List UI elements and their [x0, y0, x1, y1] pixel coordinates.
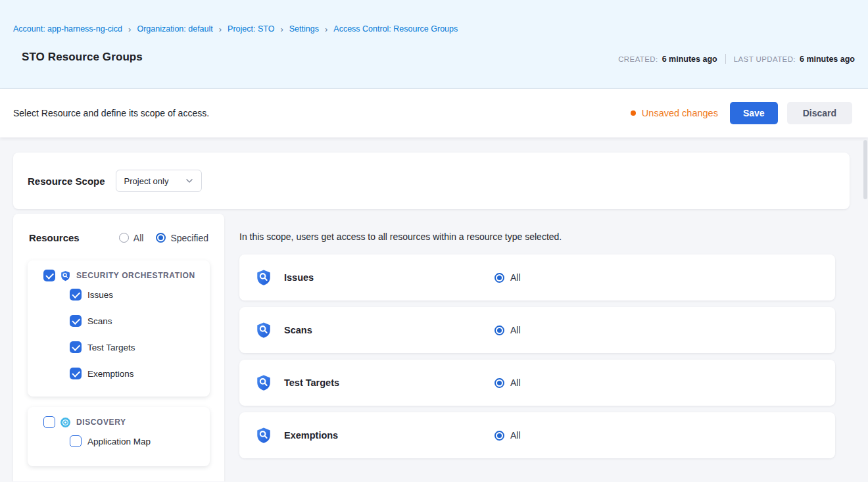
- scope-main-area: In this scope, users get access to all r…: [231, 214, 854, 481]
- application-map-checkbox[interactable]: [70, 435, 82, 447]
- toolbar-description: Select Resource and define its scope of …: [13, 108, 209, 118]
- action-toolbar: Select Resource and define its scope of …: [0, 89, 868, 137]
- resource-card-exemptions: Exemptions All: [239, 412, 835, 458]
- tree-item-label[interactable]: Issues: [87, 290, 113, 300]
- breadcrumb-access-control[interactable]: Access Control: Resource Groups: [333, 24, 458, 34]
- breadcrumb-separator-icon: ›: [128, 24, 131, 34]
- radio-unchecked-icon: [119, 233, 129, 243]
- discovery-checkbox[interactable]: [43, 416, 55, 428]
- breadcrumb-separator-icon: ›: [325, 24, 327, 34]
- resources-radio-specified[interactable]: Specified: [156, 233, 208, 243]
- meta-divider: [725, 54, 726, 64]
- group-label: SECURITY ORCHESTRATION: [76, 271, 195, 280]
- last-updated-label: LAST UPDATED:: [734, 55, 796, 63]
- resource-group-security-orchestration: SECURITY ORCHESTRATION Issues Scans Test…: [28, 260, 210, 397]
- security-orchestration-checkbox[interactable]: [43, 270, 55, 281]
- created-value: 6 minutes ago: [662, 55, 717, 64]
- radio-checked-icon: [494, 431, 504, 441]
- scans-checkbox[interactable]: [70, 315, 82, 327]
- breadcrumb-settings[interactable]: Settings: [289, 24, 319, 34]
- discard-button[interactable]: Discard: [787, 102, 852, 124]
- resource-group-discovery: DISCOVERY Application Map: [28, 407, 210, 466]
- resource-scope-selected-value: Project only: [124, 176, 169, 186]
- tree-item-application-map: Application Map: [28, 428, 210, 454]
- issues-checkbox[interactable]: [70, 289, 82, 301]
- tree-item-issues: Issues: [28, 281, 210, 308]
- last-updated-value: 6 minutes ago: [800, 55, 855, 64]
- resource-card-issues: Issues All: [239, 254, 835, 301]
- discovery-radar-icon: [60, 417, 71, 428]
- access-radio-all[interactable]: All: [494, 272, 521, 283]
- access-all-label: All: [510, 430, 521, 441]
- tree-item-label[interactable]: Application Map: [87, 437, 151, 446]
- resources-radio-all[interactable]: All: [119, 233, 144, 243]
- test-targets-checkbox[interactable]: [70, 341, 82, 353]
- resources-panel: Resources All Specified S: [13, 214, 224, 481]
- tree-item-scans: Scans: [28, 308, 210, 334]
- tree-item-exemptions: Exemptions: [28, 360, 210, 387]
- created-updated-meta: CREATED: 6 minutes ago LAST UPDATED: 6 m…: [618, 54, 855, 64]
- tree-item-label[interactable]: Test Targets: [87, 343, 135, 352]
- breadcrumb-project[interactable]: Project: STO: [228, 24, 274, 34]
- resources-title: Resources: [29, 232, 80, 243]
- save-button[interactable]: Save: [730, 102, 778, 124]
- resource-scope-dropdown[interactable]: Project only: [116, 170, 202, 192]
- radio-all-label: All: [133, 233, 144, 243]
- group-label: DISCOVERY: [76, 418, 126, 427]
- radio-checked-icon: [494, 273, 504, 283]
- resource-card-test-targets: Test Targets All: [239, 360, 835, 406]
- resource-scope-label: Resource Scope: [28, 176, 105, 187]
- resource-card-name: Test Targets: [284, 377, 494, 388]
- access-all-label: All: [510, 377, 521, 388]
- sto-shield-icon: [60, 270, 71, 281]
- unsaved-changes-dot-icon: [631, 110, 636, 116]
- access-all-label: All: [510, 325, 521, 335]
- created-label: CREATED:: [618, 55, 658, 63]
- breadcrumb-account[interactable]: Account: app-harness-ng-cicd: [13, 24, 122, 34]
- breadcrumb-separator-icon: ›: [280, 24, 283, 34]
- access-radio-all[interactable]: All: [494, 430, 521, 441]
- radio-checked-icon: [494, 378, 504, 388]
- sto-shield-icon: [255, 322, 272, 339]
- chevron-down-icon: [184, 176, 195, 186]
- breadcrumb-separator-icon: ›: [219, 24, 222, 34]
- radio-checked-icon: [156, 233, 166, 243]
- page-title: STO Resource Groups: [22, 51, 143, 64]
- resource-card-scans: Scans All: [239, 307, 835, 353]
- access-radio-all[interactable]: All: [494, 325, 521, 335]
- access-radio-all[interactable]: All: [494, 377, 521, 388]
- tree-item-test-targets: Test Targets: [28, 334, 210, 360]
- content-area: Resource Scope Project only Resources Al…: [0, 137, 868, 481]
- breadcrumb: Account: app-harness-ng-cicd › Organizat…: [13, 0, 855, 34]
- scope-description: In this scope, users get access to all r…: [239, 231, 835, 242]
- unsaved-changes-label: Unsaved changes: [642, 108, 718, 118]
- resource-scope-card: Resource Scope Project only: [13, 153, 850, 209]
- breadcrumb-organization[interactable]: Organization: default: [137, 24, 212, 34]
- radio-specified-label: Specified: [170, 233, 208, 243]
- sto-shield-icon: [255, 374, 272, 391]
- vertical-scrollbar-thumb[interactable]: [863, 140, 867, 199]
- exemptions-checkbox[interactable]: [70, 368, 82, 379]
- access-all-label: All: [510, 272, 521, 283]
- sto-shield-icon: [255, 427, 272, 444]
- resource-card-name: Exemptions: [284, 430, 494, 441]
- sto-shield-icon: [255, 269, 272, 286]
- radio-checked-icon: [494, 325, 504, 335]
- resource-card-name: Scans: [284, 325, 494, 335]
- tree-item-label[interactable]: Exemptions: [87, 369, 134, 379]
- resource-card-name: Issues: [284, 272, 494, 283]
- tree-item-label[interactable]: Scans: [87, 316, 112, 326]
- page-header: Account: app-harness-ng-cicd › Organizat…: [0, 0, 868, 89]
